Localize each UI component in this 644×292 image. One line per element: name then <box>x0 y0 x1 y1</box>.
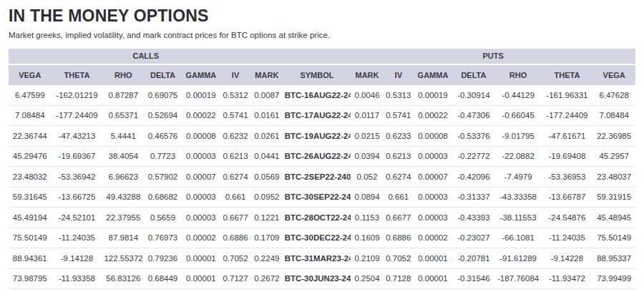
value-cell: -0.23027 <box>452 228 495 248</box>
group-header-row: CALLS PUTS <box>9 49 635 64</box>
symbol-cell: BTC-17AUG22-24000 <box>283 105 351 126</box>
value-cell: 0.00003 <box>414 187 452 208</box>
value-cell: 0.00003 <box>414 208 452 228</box>
value-cell: 0.00001 <box>182 268 220 289</box>
value-cell: 0.52694 <box>144 105 182 126</box>
value-cell: 0.0952 <box>250 187 283 208</box>
value-cell: 22.37955 <box>102 208 144 228</box>
value-cell: 0.00003 <box>182 187 220 208</box>
symbol-cell: BTC-19AUG22-24000 <box>283 126 351 147</box>
value-cell: 0.00007 <box>182 167 220 188</box>
value-cell: -11.24035 <box>52 228 103 248</box>
value-cell: 49.43288 <box>102 187 144 208</box>
value-cell: 88.95337 <box>592 248 635 269</box>
table-row: 75.50149-11.2403587.98140.769730.000020.… <box>9 228 635 248</box>
table-row: 45.49194-24.5210122.379550.56590.000030.… <box>9 208 635 228</box>
value-cell: -19.69367 <box>52 146 103 167</box>
value-cell: 0.5741 <box>220 105 250 126</box>
value-cell: -11.24035 <box>542 228 593 248</box>
symbol-cell: BTC-30JUN23-24000 <box>283 268 351 289</box>
value-cell: 0.0894 <box>351 187 384 208</box>
value-cell: 0.87287 <box>102 85 144 106</box>
value-cell: 0.00008 <box>182 126 220 147</box>
value-cell: -43.33358 <box>495 187 542 208</box>
value-cell: -0.30914 <box>452 85 495 106</box>
value-cell: 0.46576 <box>144 126 182 147</box>
symbol-cell: BTC-30DEC22-24000 <box>283 228 351 248</box>
value-cell: 0.79236 <box>144 248 182 269</box>
value-cell: 5.4441 <box>102 126 144 147</box>
value-cell: -0.31546 <box>452 268 495 289</box>
value-cell: 56.83126 <box>102 268 144 289</box>
value-cell: 0.00007 <box>414 167 452 188</box>
value-cell: 0.00003 <box>414 146 452 167</box>
value-cell: -187.76084 <box>495 268 542 289</box>
value-cell: 0.0161 <box>250 105 283 126</box>
column-header-calls-delta: DELTA <box>144 64 182 85</box>
value-cell: 22.36985 <box>592 126 635 147</box>
value-cell: -13.66725 <box>52 187 103 208</box>
value-cell: 87.9814 <box>102 228 144 248</box>
value-cell: -53.36942 <box>52 167 103 188</box>
column-header-puts-gamma: GAMMA <box>414 64 452 85</box>
value-cell: -0.42096 <box>452 167 495 188</box>
group-header-calls: CALLS <box>9 49 283 64</box>
value-cell: 0.6677 <box>220 208 250 228</box>
value-cell: -22.0882 <box>495 146 542 167</box>
value-cell: 73.98795 <box>9 268 52 289</box>
value-cell: 0.6274 <box>220 167 250 188</box>
value-cell: 0.00002 <box>182 228 220 248</box>
value-cell: 0.00001 <box>414 248 452 269</box>
value-cell: -47.61671 <box>542 126 593 147</box>
value-cell: 75.50149 <box>592 228 635 248</box>
value-cell: 0.6274 <box>384 167 414 188</box>
value-cell: -47.43213 <box>52 126 103 147</box>
value-cell: 0.0261 <box>250 126 283 147</box>
column-header-calls-vega: VEGA <box>9 64 52 85</box>
column-header-puts-delta: DELTA <box>452 64 495 85</box>
column-header-calls-gamma: GAMMA <box>182 64 220 85</box>
value-cell: 0.5312 <box>220 85 250 106</box>
value-cell: 0.00003 <box>182 208 220 228</box>
value-cell: -11.93358 <box>52 268 103 289</box>
value-cell: 0.00003 <box>182 146 220 167</box>
value-cell: 0.0441 <box>250 146 283 167</box>
symbol-cell: BTC-16AUG22-24000 <box>283 85 351 106</box>
value-cell: 0.68449 <box>144 268 182 289</box>
value-cell: 88.94361 <box>9 248 52 269</box>
value-cell: 22.36744 <box>9 126 52 147</box>
value-cell: 0.0569 <box>250 167 283 188</box>
value-cell: 0.0215 <box>351 126 384 147</box>
value-cell: 0.00001 <box>182 248 220 269</box>
value-cell: 0.00008 <box>414 126 452 147</box>
value-cell: 0.0394 <box>351 146 384 167</box>
table-row: 6.47599-162.012190.872870.690750.000190.… <box>9 85 635 106</box>
value-cell: 0.6677 <box>384 208 414 228</box>
value-cell: 0.7127 <box>220 268 250 289</box>
column-header-puts-theta: THETA <box>542 64 593 85</box>
value-cell: -24.54876 <box>542 208 593 228</box>
column-header-puts-rho: RHO <box>495 64 542 85</box>
value-cell: 45.48945 <box>592 208 635 228</box>
value-cell: -0.66045 <box>495 105 542 126</box>
value-cell: 23.48032 <box>9 167 52 188</box>
page-subtitle: Market greeks, implied volatility, and m… <box>9 30 635 41</box>
table-row: 88.94361-9.14128122.553720.792360.000010… <box>9 248 635 269</box>
value-cell: 0.1609 <box>351 228 384 248</box>
value-cell: 0.2504 <box>351 268 384 289</box>
value-cell: 73.99499 <box>592 268 635 289</box>
value-cell: -0.31337 <box>452 187 495 208</box>
value-cell: -9.01795 <box>495 126 542 147</box>
value-cell: 0.5741 <box>384 105 414 126</box>
value-cell: 0.00001 <box>414 268 452 289</box>
value-cell: -177.24409 <box>542 105 593 126</box>
group-header-spacer <box>283 49 351 64</box>
value-cell: -66.1081 <box>495 228 542 248</box>
value-cell: -19.69408 <box>542 146 593 167</box>
value-cell: -13.66787 <box>542 187 593 208</box>
value-cell: 0.6886 <box>220 228 250 248</box>
value-cell: -91.61289 <box>495 248 542 269</box>
value-cell: 0.7723 <box>144 146 182 167</box>
value-cell: 0.57902 <box>144 167 182 188</box>
value-cell: 38.4054 <box>102 146 144 167</box>
